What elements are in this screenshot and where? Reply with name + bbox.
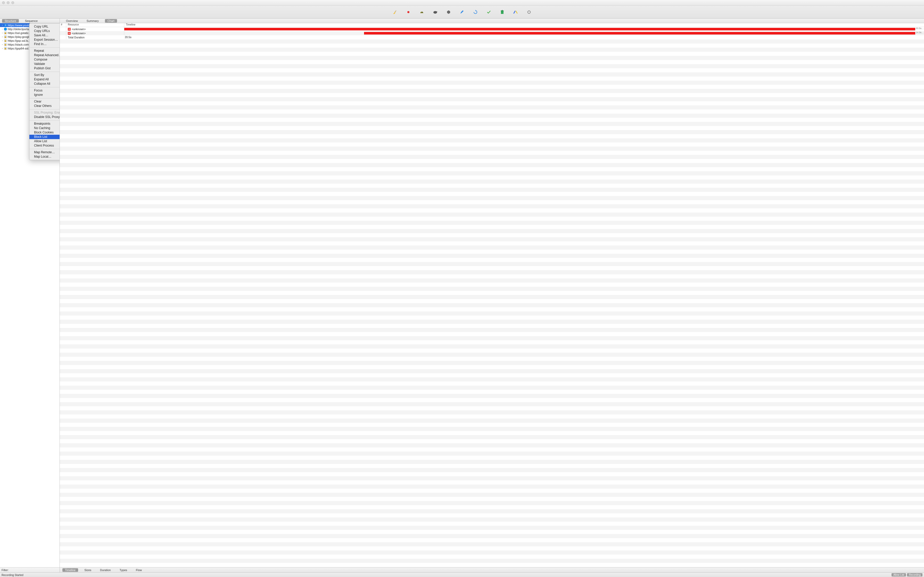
chart-row[interactable]: ✕<unknown>14.3s… xyxy=(60,31,924,35)
gear-icon[interactable] xyxy=(526,9,532,15)
menu-item[interactable]: Collapse All xyxy=(29,82,60,86)
arrow-icon: ➜ xyxy=(4,24,7,27)
bottom-tabs: Timeline Sizes Duration Types Flow xyxy=(60,567,924,572)
total-value: 20.5s xyxy=(125,35,131,39)
app-window: Structure Sequence ›➜https://www.youtube… xyxy=(0,0,924,577)
svg-rect-11 xyxy=(515,11,518,14)
menu-item[interactable]: Disable SSL Proxying xyxy=(29,115,60,119)
duration-label: 14.3s… xyxy=(915,31,924,34)
tab-summary[interactable]: Summary xyxy=(84,19,101,23)
col-header-index[interactable]: # xyxy=(60,23,66,27)
context-menu[interactable]: Copy URLCopy URLsSave All…Export Session… xyxy=(29,23,60,160)
menu-item[interactable]: Ignore xyxy=(29,93,60,97)
menu-item[interactable]: Expand All xyxy=(29,77,60,82)
menu-separator xyxy=(29,109,60,110)
chevron-right-icon[interactable]: › xyxy=(1,47,3,50)
timeline-bar xyxy=(124,28,915,31)
tab-chart[interactable]: Chart xyxy=(105,19,117,23)
tab-sequence[interactable]: Sequence xyxy=(23,19,40,23)
menu-item[interactable]: Validate xyxy=(29,62,60,66)
globe-icon: 🌐 xyxy=(4,27,7,31)
menu-item[interactable]: Compose xyxy=(29,58,60,62)
tab-timeline[interactable]: Timeline xyxy=(62,568,78,572)
broom-icon[interactable] xyxy=(392,9,398,15)
chart-rows: ✕<unknown>20.5s…✕<unknown>14.3s…Total Du… xyxy=(60,27,924,567)
timeline-lane xyxy=(124,27,915,31)
chevron-right-icon[interactable]: › xyxy=(1,35,3,38)
throttle-icon[interactable] xyxy=(419,9,425,15)
menu-item[interactable]: Allow List xyxy=(29,139,60,143)
row-resource: ✕<unknown> xyxy=(66,31,124,35)
col-header-timeline[interactable]: Timeline xyxy=(124,23,924,27)
svg-rect-10 xyxy=(513,11,515,14)
menu-item[interactable]: Repeat Advanced… xyxy=(29,53,60,58)
menu-item[interactable]: No Caching xyxy=(29,126,60,131)
svg-rect-7 xyxy=(501,11,504,14)
tab-sizes[interactable]: Sizes xyxy=(82,568,94,572)
menu-separator xyxy=(29,149,60,149)
svg-point-1 xyxy=(407,11,409,13)
refresh-icon[interactable] xyxy=(473,9,478,15)
menu-item[interactable]: Clear Others xyxy=(29,104,60,108)
menu-item[interactable]: Sort By xyxy=(29,73,60,77)
tab-overview[interactable]: Overview xyxy=(63,19,81,23)
menu-item[interactable]: Save All… xyxy=(29,33,60,38)
zoom-icon[interactable] xyxy=(11,1,14,4)
svg-rect-9 xyxy=(502,10,503,11)
menu-item[interactable]: Export Session… xyxy=(29,38,60,42)
chevron-right-icon[interactable]: › xyxy=(1,32,3,34)
menu-separator xyxy=(29,120,60,121)
menu-item[interactable]: Block List xyxy=(29,135,60,139)
record-icon[interactable] xyxy=(405,9,411,15)
menu-item[interactable]: Breakpoints xyxy=(29,122,60,126)
minimize-icon[interactable] xyxy=(7,1,10,4)
status-recording-button[interactable]: Recording xyxy=(907,573,922,577)
check-icon[interactable] xyxy=(486,9,492,15)
tab-flow[interactable]: Flow xyxy=(133,568,144,572)
tab-duration[interactable]: Duration xyxy=(97,568,113,572)
tools-icon[interactable] xyxy=(513,9,519,15)
filter-input[interactable] xyxy=(10,569,58,572)
svg-point-13 xyxy=(528,11,530,13)
col-header-resource[interactable]: Resource xyxy=(66,23,124,27)
turtle-icon[interactable] xyxy=(432,9,438,15)
host-tree[interactable]: ›➜https://www.youtube.com›🌐http://detect… xyxy=(0,23,60,567)
lock-icon: 🔒 xyxy=(4,31,7,34)
row-index xyxy=(60,31,66,35)
menu-item[interactable]: Clear xyxy=(29,100,60,104)
resource-label: <unknown> xyxy=(72,32,86,35)
timeline-lane xyxy=(124,31,915,35)
close-icon[interactable] xyxy=(2,1,5,4)
svg-marker-5 xyxy=(447,10,450,14)
pen-icon[interactable] xyxy=(459,9,465,15)
total-label: Total Duration xyxy=(66,35,124,39)
tab-types[interactable]: Types xyxy=(117,568,130,572)
menu-item[interactable]: Copy URLs xyxy=(29,29,60,33)
hex-icon[interactable] xyxy=(446,9,451,15)
menu-item[interactable]: Repeat xyxy=(29,49,60,53)
menu-item[interactable]: Publish Gist xyxy=(29,66,60,71)
chart-row[interactable]: ✕<unknown>20.5s… xyxy=(60,27,924,31)
menu-item[interactable]: Copy URL xyxy=(29,24,60,29)
resource-label: <unknown> xyxy=(72,27,86,31)
status-allow-button[interactable]: Allow List xyxy=(892,573,906,577)
tab-structure[interactable]: Structure xyxy=(2,19,19,23)
menu-item[interactable]: Find In… xyxy=(29,42,60,47)
chevron-right-icon[interactable]: › xyxy=(1,28,3,31)
row-resource: ✕<unknown> xyxy=(66,27,124,31)
menu-item[interactable]: Client Process xyxy=(29,143,60,148)
chart-header: # Resource Timeline xyxy=(60,23,924,27)
total-row: Total Duration20.5s xyxy=(60,35,924,39)
trash-icon[interactable] xyxy=(499,9,505,15)
chevron-right-icon[interactable]: › xyxy=(1,24,3,27)
chevron-right-icon[interactable]: › xyxy=(1,39,3,42)
lock-icon: 🔒 xyxy=(4,35,7,39)
menu-separator xyxy=(29,47,60,48)
menu-item[interactable]: Map Remote… xyxy=(29,150,60,155)
svg-rect-0 xyxy=(394,10,396,12)
chevron-right-icon[interactable]: › xyxy=(1,43,3,46)
menu-item[interactable]: Map Local… xyxy=(29,155,60,159)
menu-item[interactable]: Block Cookies xyxy=(29,131,60,135)
menu-item[interactable]: Focus xyxy=(29,89,60,93)
left-panel: Structure Sequence ›➜https://www.youtube… xyxy=(0,19,60,572)
